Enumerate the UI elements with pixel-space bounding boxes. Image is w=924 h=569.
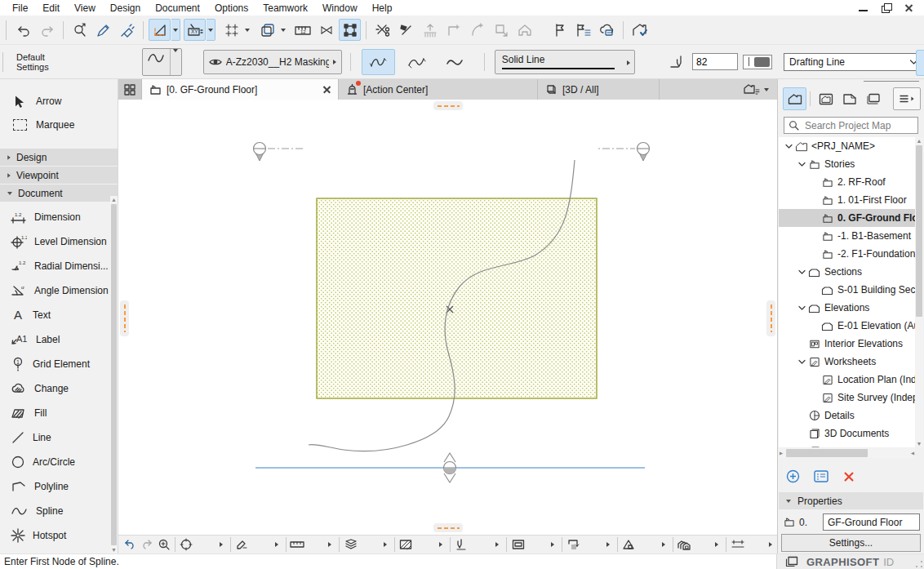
- pick-up-parameters-button[interactable]: [69, 19, 91, 41]
- close-button[interactable]: [904, 3, 914, 13]
- intersect-button[interactable]: [442, 19, 464, 41]
- snap-points-button[interactable]: [220, 19, 242, 41]
- tree-vertical-scrollbar[interactable]: ▲▼: [915, 137, 923, 447]
- model-view-button[interactable]: [509, 536, 526, 553]
- rebuild-caret[interactable]: [603, 536, 613, 553]
- tool-radial-dimension[interactable]: 1.2Radial Dimensi...: [0, 254, 118, 278]
- menu-help[interactable]: Help: [365, 1, 400, 16]
- syringe-button[interactable]: [116, 19, 138, 41]
- tool-figure[interactable]: Figure: [0, 548, 118, 553]
- tree-item-story-roof[interactable]: 2. RF-Roof: [779, 173, 915, 191]
- renovation-filter-button[interactable]: [233, 536, 251, 553]
- resize-grip[interactable]: [916, 561, 922, 567]
- tab-action-center[interactable]: [Action Center]: [339, 79, 538, 100]
- tree-item-elevations[interactable]: Elevations: [779, 299, 915, 317]
- floor-plan-canvas[interactable]: [118, 100, 777, 535]
- splitter-handle-top[interactable]: [433, 101, 463, 110]
- tree-item-elevation-e01[interactable]: E-01 Elevation (Auto: [779, 317, 915, 335]
- section-line[interactable]: [255, 453, 645, 482]
- hatch-fill-element[interactable]: [317, 198, 597, 398]
- tool-label[interactable]: A1Label: [0, 327, 118, 352]
- menu-document[interactable]: Document: [148, 1, 207, 16]
- toolbar-grip[interactable]: [6, 20, 7, 40]
- back-button[interactable]: [122, 536, 139, 553]
- tree-item-details[interactable]: Details: [779, 407, 915, 425]
- edit-handles-button[interactable]: [339, 19, 361, 41]
- tree-item-site-survey[interactable]: Site Survey (Indepe: [779, 389, 915, 407]
- geometry-natural-spline-button[interactable]: [362, 49, 395, 75]
- tree-item-story-ground[interactable]: 0. GF-Ground Floor: [779, 209, 915, 227]
- teamwork-cloud-button[interactable]: [596, 19, 618, 41]
- search-input[interactable]: [803, 119, 913, 132]
- project-map-search[interactable]: [784, 117, 918, 134]
- zoom-in-button[interactable]: [156, 536, 173, 553]
- renovation-states-button[interactable]: [675, 536, 692, 553]
- toolbox-section-document[interactable]: Document: [0, 184, 118, 202]
- tab-overview-button[interactable]: [118, 79, 142, 100]
- geometry-freehand-button[interactable]: [438, 49, 472, 75]
- menu-teamwork[interactable]: Teamwork: [255, 1, 315, 16]
- dimension-prefs-caret[interactable]: [766, 536, 775, 553]
- menu-options[interactable]: Options: [207, 1, 255, 16]
- menu-file[interactable]: File: [5, 1, 35, 16]
- tool-level-dimension[interactable]: 1.2Level Dimension: [0, 229, 118, 254]
- view-map-button[interactable]: [814, 87, 837, 110]
- tool-arc-circle[interactable]: Arc/Circle: [0, 450, 118, 474]
- redo-button[interactable]: [36, 19, 58, 41]
- tool-polyline[interactable]: Polyline: [0, 474, 118, 499]
- guide-lines-dropdown[interactable]: [171, 19, 180, 41]
- splitter-handle-bottom[interactable]: [433, 523, 463, 532]
- archicad-check-button[interactable]: [629, 19, 651, 41]
- undo-button[interactable]: [12, 19, 34, 41]
- tree-horizontal-scrollbar[interactable]: ▲▲: [779, 448, 915, 458]
- infobox-overflow-button[interactable]: [916, 50, 924, 76]
- restore-button[interactable]: [882, 3, 891, 13]
- line-type-selector[interactable]: Solid Line: [495, 50, 635, 74]
- fill-display-button[interactable]: [398, 536, 415, 553]
- layout-book-button[interactable]: [837, 87, 861, 110]
- elevation-marker-right[interactable]: [598, 143, 650, 162]
- toolbox-scrollbar[interactable]: ▲▼: [110, 196, 118, 553]
- toolbox-section-viewpoint[interactable]: Viewpoint: [0, 167, 118, 184]
- spline-settings-dropdown[interactable]: [170, 49, 181, 75]
- zoom-options-button[interactable]: [178, 536, 195, 553]
- tree-item-story-basement[interactable]: -1. B1-Basement: [779, 227, 915, 245]
- guide-lines-button[interactable]: [149, 19, 171, 41]
- tree-item-stories[interactable]: Stories: [779, 155, 915, 173]
- graphisoft-id-label[interactable]: ID: [883, 556, 894, 568]
- tool-line[interactable]: Line: [0, 425, 118, 450]
- trace-reference-dropdown[interactable]: [279, 20, 287, 40]
- forward-button[interactable]: [139, 536, 156, 553]
- menu-design[interactable]: Design: [103, 1, 148, 16]
- trace-reference-button[interactable]: [256, 19, 278, 41]
- scale-button[interactable]: [289, 536, 306, 553]
- toolbox-item-arrow[interactable]: Arrow: [0, 90, 118, 113]
- flag-button[interactable]: [549, 19, 571, 41]
- story-name-field[interactable]: GF-Ground Floor: [823, 513, 920, 531]
- menu-edit[interactable]: Edit: [35, 1, 67, 16]
- toolbox-item-marquee[interactable]: Marquee: [0, 113, 118, 136]
- fill-display-caret[interactable]: [436, 536, 446, 553]
- pen-weight-input[interactable]: [692, 53, 738, 70]
- geometry-bezier-spline-button[interactable]: [400, 49, 433, 75]
- scale-caret[interactable]: [325, 536, 335, 553]
- spline-settings-button[interactable]: [143, 49, 170, 75]
- tab-close-icon[interactable]: [323, 86, 331, 93]
- tool-grid-element[interactable]: 1Grid Element: [0, 352, 118, 376]
- dimension-prefs-button[interactable]: [729, 536, 746, 553]
- morph-button[interactable]: [513, 19, 535, 41]
- toolbox-section-design[interactable]: Design: [0, 149, 118, 166]
- splitter-handle-left[interactable]: [120, 300, 129, 336]
- inject-parameters-button[interactable]: [92, 19, 114, 41]
- pen-color-swatch[interactable]: [743, 55, 772, 69]
- tracker-coordinates-button[interactable]: XY: [184, 19, 206, 41]
- layer-selector-button[interactable]: A-Zz2030__H2 Masking a...: [203, 50, 342, 74]
- renovation-states-caret[interactable]: [712, 536, 722, 553]
- navigator-menu-button[interactable]: [893, 87, 921, 110]
- story-settings-caret[interactable]: [658, 536, 668, 553]
- tree-item-section-s01[interactable]: S-01 Building Sectio: [779, 281, 915, 299]
- tool-text[interactable]: AText: [0, 303, 118, 327]
- tab-list-menu[interactable]: [744, 79, 777, 100]
- viewpoint-settings-button[interactable]: [814, 470, 828, 482]
- project-map-button[interactable]: [783, 87, 806, 110]
